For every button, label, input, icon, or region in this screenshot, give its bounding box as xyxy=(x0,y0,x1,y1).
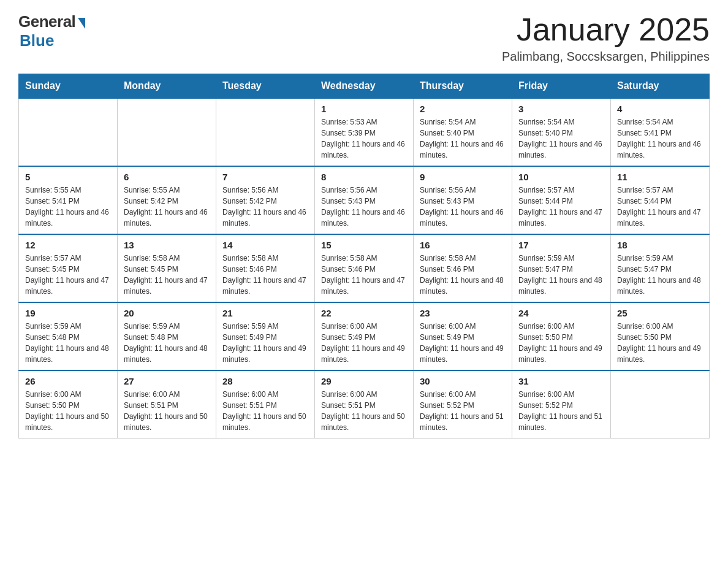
day-info: Sunrise: 5:54 AM Sunset: 5:41 PM Dayligh… xyxy=(617,117,703,161)
calendar-cell: 28Sunrise: 6:00 AM Sunset: 5:51 PM Dayli… xyxy=(216,370,315,439)
calendar-day-header: Saturday xyxy=(611,74,710,99)
logo-general-text: General xyxy=(18,12,75,31)
calendar-cell: 13Sunrise: 5:58 AM Sunset: 5:45 PM Dayli… xyxy=(118,234,216,302)
day-number: 12 xyxy=(25,240,111,250)
day-number: 15 xyxy=(321,240,407,250)
day-info: Sunrise: 6:00 AM Sunset: 5:49 PM Dayligh… xyxy=(420,321,506,365)
calendar-week-row: 19Sunrise: 5:59 AM Sunset: 5:48 PM Dayli… xyxy=(19,302,710,370)
day-info: Sunrise: 5:57 AM Sunset: 5:44 PM Dayligh… xyxy=(617,185,703,229)
calendar-table: SundayMondayTuesdayWednesdayThursdayFrid… xyxy=(18,74,710,439)
day-number: 2 xyxy=(420,104,506,114)
calendar-cell xyxy=(118,98,216,166)
day-info: Sunrise: 6:00 AM Sunset: 5:52 PM Dayligh… xyxy=(518,389,604,433)
day-info: Sunrise: 5:58 AM Sunset: 5:46 PM Dayligh… xyxy=(222,253,308,297)
day-info: Sunrise: 6:00 AM Sunset: 5:50 PM Dayligh… xyxy=(617,321,703,365)
day-number: 17 xyxy=(518,240,604,250)
calendar-week-row: 5Sunrise: 5:55 AM Sunset: 5:41 PM Daylig… xyxy=(19,166,710,234)
day-number: 14 xyxy=(222,240,308,250)
day-number: 1 xyxy=(321,104,407,114)
day-number: 19 xyxy=(25,308,111,318)
calendar-cell: 30Sunrise: 6:00 AM Sunset: 5:52 PM Dayli… xyxy=(414,370,512,439)
day-info: Sunrise: 5:57 AM Sunset: 5:44 PM Dayligh… xyxy=(518,185,604,229)
calendar-cell: 19Sunrise: 5:59 AM Sunset: 5:48 PM Dayli… xyxy=(19,302,118,370)
logo-arrow-icon xyxy=(78,18,85,29)
calendar-cell: 31Sunrise: 6:00 AM Sunset: 5:52 PM Dayli… xyxy=(512,370,611,439)
day-number: 7 xyxy=(222,172,308,182)
logo: General Blue xyxy=(18,12,85,50)
calendar-subtitle: Palimbang, Soccsksargen, Philippines xyxy=(502,50,710,64)
day-info: Sunrise: 5:55 AM Sunset: 5:42 PM Dayligh… xyxy=(124,185,210,229)
calendar-cell: 15Sunrise: 5:58 AM Sunset: 5:46 PM Dayli… xyxy=(315,234,414,302)
day-number: 22 xyxy=(321,308,407,318)
page-header: General Blue January 2025 Palimbang, Soc… xyxy=(18,12,710,64)
calendar-day-header: Tuesday xyxy=(216,74,315,99)
day-number: 4 xyxy=(617,104,703,114)
calendar-header-row: SundayMondayTuesdayWednesdayThursdayFrid… xyxy=(19,74,710,99)
day-info: Sunrise: 5:56 AM Sunset: 5:43 PM Dayligh… xyxy=(420,185,506,229)
day-number: 10 xyxy=(518,172,604,182)
day-info: Sunrise: 5:53 AM Sunset: 5:39 PM Dayligh… xyxy=(321,117,407,161)
day-info: Sunrise: 6:00 AM Sunset: 5:49 PM Dayligh… xyxy=(321,321,407,365)
calendar-cell xyxy=(19,98,118,166)
calendar-day-header: Sunday xyxy=(19,74,118,99)
day-info: Sunrise: 5:55 AM Sunset: 5:41 PM Dayligh… xyxy=(25,185,111,229)
calendar-cell: 22Sunrise: 6:00 AM Sunset: 5:49 PM Dayli… xyxy=(315,302,414,370)
calendar-cell: 9Sunrise: 5:56 AM Sunset: 5:43 PM Daylig… xyxy=(414,166,512,234)
calendar-cell: 14Sunrise: 5:58 AM Sunset: 5:46 PM Dayli… xyxy=(216,234,315,302)
day-info: Sunrise: 5:57 AM Sunset: 5:45 PM Dayligh… xyxy=(25,253,111,297)
day-info: Sunrise: 5:54 AM Sunset: 5:40 PM Dayligh… xyxy=(518,117,604,161)
calendar-cell: 12Sunrise: 5:57 AM Sunset: 5:45 PM Dayli… xyxy=(19,234,118,302)
calendar-cell: 6Sunrise: 5:55 AM Sunset: 5:42 PM Daylig… xyxy=(118,166,216,234)
calendar-cell: 29Sunrise: 6:00 AM Sunset: 5:51 PM Dayli… xyxy=(315,370,414,439)
day-number: 26 xyxy=(25,376,111,386)
day-number: 8 xyxy=(321,172,407,182)
day-number: 20 xyxy=(124,308,210,318)
day-number: 29 xyxy=(321,376,407,386)
day-number: 18 xyxy=(617,240,703,250)
day-number: 28 xyxy=(222,376,308,386)
calendar-cell: 2Sunrise: 5:54 AM Sunset: 5:40 PM Daylig… xyxy=(414,98,512,166)
calendar-week-row: 1Sunrise: 5:53 AM Sunset: 5:39 PM Daylig… xyxy=(19,98,710,166)
calendar-cell: 23Sunrise: 6:00 AM Sunset: 5:49 PM Dayli… xyxy=(414,302,512,370)
day-info: Sunrise: 5:59 AM Sunset: 5:47 PM Dayligh… xyxy=(617,253,703,297)
calendar-cell: 11Sunrise: 5:57 AM Sunset: 5:44 PM Dayli… xyxy=(611,166,710,234)
day-info: Sunrise: 5:59 AM Sunset: 5:47 PM Dayligh… xyxy=(518,253,604,297)
day-number: 24 xyxy=(518,308,604,318)
day-number: 27 xyxy=(124,376,210,386)
calendar-cell: 10Sunrise: 5:57 AM Sunset: 5:44 PM Dayli… xyxy=(512,166,611,234)
day-number: 31 xyxy=(518,376,604,386)
day-info: Sunrise: 5:58 AM Sunset: 5:46 PM Dayligh… xyxy=(321,253,407,297)
calendar-cell: 8Sunrise: 5:56 AM Sunset: 5:43 PM Daylig… xyxy=(315,166,414,234)
day-number: 30 xyxy=(420,376,506,386)
calendar-title-block: January 2025 Palimbang, Soccsksargen, Ph… xyxy=(502,12,710,64)
day-info: Sunrise: 5:59 AM Sunset: 5:48 PM Dayligh… xyxy=(25,321,111,365)
day-info: Sunrise: 6:00 AM Sunset: 5:51 PM Dayligh… xyxy=(124,389,210,433)
day-info: Sunrise: 6:00 AM Sunset: 5:50 PM Dayligh… xyxy=(25,389,111,433)
day-number: 11 xyxy=(617,172,703,182)
day-info: Sunrise: 5:56 AM Sunset: 5:42 PM Dayligh… xyxy=(222,185,308,229)
calendar-day-header: Thursday xyxy=(414,74,512,99)
day-number: 23 xyxy=(420,308,506,318)
calendar-day-header: Wednesday xyxy=(315,74,414,99)
calendar-week-row: 12Sunrise: 5:57 AM Sunset: 5:45 PM Dayli… xyxy=(19,234,710,302)
calendar-cell: 5Sunrise: 5:55 AM Sunset: 5:41 PM Daylig… xyxy=(19,166,118,234)
day-number: 25 xyxy=(617,308,703,318)
logo-blue-text: Blue xyxy=(20,31,54,50)
calendar-cell: 27Sunrise: 6:00 AM Sunset: 5:51 PM Dayli… xyxy=(118,370,216,439)
day-number: 9 xyxy=(420,172,506,182)
day-info: Sunrise: 5:56 AM Sunset: 5:43 PM Dayligh… xyxy=(321,185,407,229)
calendar-cell xyxy=(611,370,710,439)
calendar-cell: 3Sunrise: 5:54 AM Sunset: 5:40 PM Daylig… xyxy=(512,98,611,166)
calendar-day-header: Monday xyxy=(118,74,216,99)
calendar-cell: 1Sunrise: 5:53 AM Sunset: 5:39 PM Daylig… xyxy=(315,98,414,166)
calendar-title: January 2025 xyxy=(502,12,710,47)
calendar-day-header: Friday xyxy=(512,74,611,99)
calendar-cell xyxy=(216,98,315,166)
calendar-cell: 18Sunrise: 5:59 AM Sunset: 5:47 PM Dayli… xyxy=(611,234,710,302)
day-number: 16 xyxy=(420,240,506,250)
day-info: Sunrise: 5:59 AM Sunset: 5:49 PM Dayligh… xyxy=(222,321,308,365)
day-number: 3 xyxy=(518,104,604,114)
day-number: 5 xyxy=(25,172,111,182)
day-info: Sunrise: 5:54 AM Sunset: 5:40 PM Dayligh… xyxy=(420,117,506,161)
calendar-cell: 26Sunrise: 6:00 AM Sunset: 5:50 PM Dayli… xyxy=(19,370,118,439)
